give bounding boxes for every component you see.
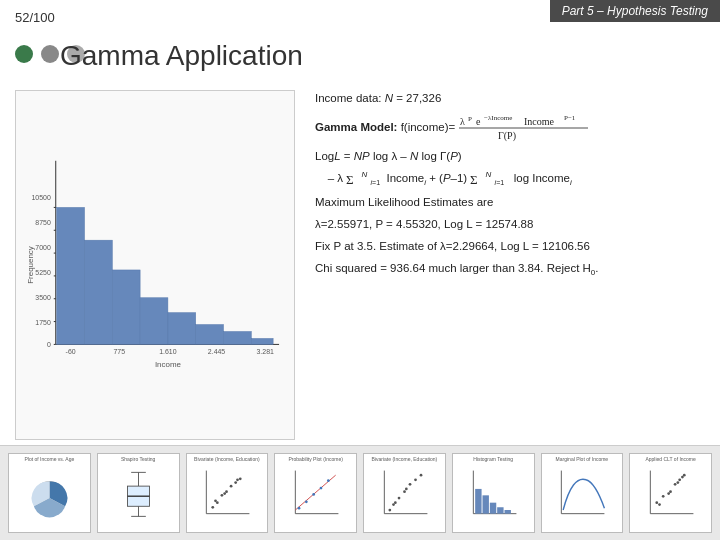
svg-text:0: 0 — [47, 341, 51, 348]
svg-text:λ: λ — [460, 116, 465, 127]
sigma-icon: Σ — [346, 172, 358, 186]
svg-point-58 — [224, 492, 227, 495]
logl-text: LogL = NP log λ – N log Γ(P) — [315, 150, 462, 162]
svg-point-96 — [658, 503, 661, 506]
histogram-chart: Frequency 0 1750 3500 5250 7000 8750 105… — [21, 96, 289, 434]
gamma-label: Gamma Model: f(income)= — [315, 121, 455, 133]
gray-dot-1 — [41, 45, 59, 63]
svg-point-74 — [409, 482, 412, 485]
svg-text:775: 775 — [113, 348, 125, 355]
thumbnail-6[interactable]: Histogram Testing — [452, 453, 535, 533]
svg-point-75 — [414, 478, 417, 481]
svg-text:5250: 5250 — [35, 269, 51, 276]
svg-rect-85 — [504, 510, 510, 514]
svg-text:Σ: Σ — [470, 172, 478, 186]
svg-text:3500: 3500 — [35, 294, 51, 301]
thumb-4-title: Probability Plot (Income) — [276, 456, 355, 462]
svg-text:2.445: 2.445 — [208, 348, 226, 355]
thumbnail-2[interactable]: Shapiro Testing — [97, 453, 180, 533]
clt-scatter-icon — [643, 466, 698, 521]
chart-area: Frequency 0 1750 3500 5250 7000 8750 105… — [15, 90, 295, 440]
fix-p-text: Fix P at 3.5. Estimate of λ=2.29664, Log… — [315, 240, 590, 252]
svg-text:Income: Income — [155, 360, 182, 369]
svg-point-90 — [656, 501, 659, 504]
mle-text: Maximum Likelihood Estimates are — [315, 196, 493, 208]
marginal-plot-icon — [554, 466, 609, 521]
svg-text:10500: 10500 — [31, 194, 50, 201]
svg-point-55 — [235, 481, 238, 484]
logl-line2: – λ Σ N i=1 Incomei + (P–1) Σ N i=1 log … — [315, 170, 705, 191]
svg-text:8750: 8750 — [35, 219, 51, 226]
thumbnail-8[interactable]: Applied CLT of Income — [629, 453, 712, 533]
svg-point-98 — [681, 475, 684, 478]
thumbnail-4[interactable]: Probability Plot (Income) — [274, 453, 357, 533]
svg-point-73 — [403, 490, 406, 493]
svg-rect-17 — [57, 207, 85, 344]
scatter-icon-2 — [377, 466, 432, 521]
thumb-1-title: Plot of Income vs. Age — [10, 456, 89, 462]
gamma-formula-svg: λ P e −λIncome Income P−1 Γ(P) — [458, 112, 598, 144]
svg-point-99 — [677, 481, 680, 484]
svg-text:P−1: P−1 — [564, 114, 576, 122]
sigma-icon-2: Σ — [470, 172, 482, 186]
svg-text:Frequency: Frequency — [26, 246, 35, 284]
thumb-2-title: Shapiro Testing — [99, 456, 178, 462]
content-area: Frequency 0 1750 3500 5250 7000 8750 105… — [15, 90, 705, 440]
svg-point-52 — [221, 493, 224, 496]
logl-line1: LogL = NP log λ – N log Γ(P) — [315, 148, 705, 166]
svg-rect-19 — [112, 270, 140, 344]
svg-point-64 — [305, 500, 308, 503]
svg-point-67 — [327, 479, 330, 482]
header-bar: Part 5 – Hypothesis Testing — [550, 0, 720, 22]
svg-text:7000: 7000 — [35, 244, 51, 251]
svg-point-59 — [237, 478, 240, 481]
boxplot-icon — [111, 463, 166, 523]
slide-number: 52/100 — [15, 10, 55, 25]
svg-text:3.281: 3.281 — [256, 348, 274, 355]
svg-point-76 — [420, 473, 423, 476]
svg-point-77 — [394, 501, 397, 504]
svg-rect-20 — [140, 298, 168, 345]
income-data-line: Income data: N = 27,326 — [315, 90, 705, 108]
main-title: Gamma Application — [60, 40, 303, 72]
fix-p-line: Fix P at 3.5. Estimate of λ=2.29664, Log… — [315, 238, 705, 256]
svg-point-63 — [298, 506, 301, 509]
svg-text:-60: -60 — [66, 348, 76, 355]
thumbnail-strip: Plot of Income vs. Age Shapiro Testing — [0, 445, 720, 540]
prob-plot-icon — [288, 466, 343, 521]
svg-rect-83 — [489, 502, 495, 513]
header-title: Part 5 – Hypothesis Testing — [562, 4, 708, 18]
svg-point-66 — [320, 486, 323, 489]
svg-point-54 — [230, 484, 233, 487]
thumb-6-title: Histogram Testing — [454, 456, 533, 462]
thumb-5-title: Bivariate (Income, Education) — [365, 456, 444, 462]
svg-text:−λIncome: −λIncome — [484, 114, 512, 122]
svg-rect-82 — [482, 495, 488, 513]
thumb-7-title: Marginal Plot of Income — [543, 456, 622, 462]
svg-text:e: e — [476, 116, 481, 127]
pie-chart-icon — [22, 466, 77, 521]
svg-point-97 — [667, 492, 670, 495]
mle-label-line: Maximum Likelihood Estimates are — [315, 194, 705, 212]
thumb-3-title: Bivariate (Income, Education) — [188, 456, 267, 462]
svg-text:Σ: Σ — [346, 172, 354, 186]
thumbnail-5[interactable]: Bivariate (Income, Education) — [363, 453, 446, 533]
mle-values: λ=2.55971, P = 4.55320, Log L = 12574.88 — [315, 218, 533, 230]
thumbnail-7[interactable]: Marginal Plot of Income — [541, 453, 624, 533]
svg-text:P: P — [468, 115, 472, 123]
svg-rect-81 — [475, 488, 481, 513]
svg-point-70 — [388, 508, 391, 511]
svg-point-93 — [674, 482, 677, 485]
svg-point-78 — [405, 487, 408, 490]
svg-point-91 — [662, 494, 665, 497]
chi-squared-text: Chi squared = 936.64 much larger than 3.… — [315, 262, 599, 274]
svg-text:1.610: 1.610 — [159, 348, 177, 355]
svg-point-57 — [215, 499, 218, 502]
svg-rect-84 — [497, 507, 503, 513]
svg-text:Γ(P): Γ(P) — [498, 130, 516, 142]
chi-squared-line: Chi squared = 936.64 much larger than 3.… — [315, 260, 705, 280]
thumbnail-3[interactable]: Bivariate (Income, Education) — [186, 453, 269, 533]
gamma-model-line: Gamma Model: f(income)= λ P e −λIncome I… — [315, 112, 705, 144]
thumbnail-1[interactable]: Plot of Income vs. Age — [8, 453, 91, 533]
svg-rect-21 — [168, 313, 196, 345]
